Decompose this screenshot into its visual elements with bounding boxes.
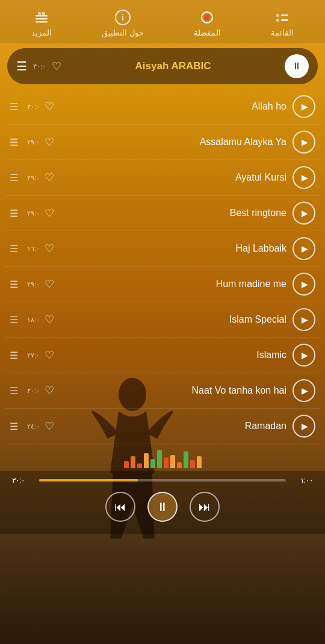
song-play-button-1[interactable]: ▶ (292, 131, 315, 153)
nav-favorites-label: المفضلة (194, 28, 221, 37)
previous-button[interactable]: ⏮ (105, 492, 135, 522)
svg-rect-10 (276, 14, 279, 17)
song-left-haj: ☰ ١٦:٠ ♡ (10, 242, 58, 255)
song-heart-7[interactable]: ♡ (45, 348, 54, 362)
eq-bar (197, 456, 202, 468)
equalizer-visualization (0, 447, 325, 468)
nav-queue[interactable]: القائمة (271, 9, 294, 37)
song-item-naat[interactable]: ☰ ٣٠:٠ ♡ Naat Vo tanha kon hai ▶ (5, 373, 320, 409)
eq-bar (157, 450, 162, 468)
song-item-islamic[interactable]: ☰ ٢٧:٠ ♡ Islamic ▶ (5, 338, 320, 373)
play-icon-5: ▶ (302, 279, 308, 289)
song-heart-1[interactable]: ♡ (45, 135, 54, 149)
song-item-allah-ho[interactable]: ☰ ٣٠:٠ ♡ Allah ho ▶ (5, 89, 320, 125)
song-title-2: Ayatul Kursi (58, 172, 292, 183)
song-title-0: Allah ho (58, 101, 292, 112)
progress-row: ٣٠:٠ ١:٠٠ (12, 476, 313, 485)
eq-bar (190, 460, 195, 468)
current-time: ٣٠:٠ (12, 476, 33, 485)
song-time-9: ٢٤:٠ (23, 423, 40, 430)
song-heart-8[interactable]: ♡ (45, 384, 54, 397)
svg-rect-5 (42, 12, 45, 15)
song-play-button-6[interactable]: ▶ (292, 308, 315, 331)
song-menu-icon-6: ☰ (10, 314, 18, 326)
play-icon-6: ▶ (302, 315, 308, 324)
song-item-assalamu[interactable]: ☰ ٢٩:٠ ♡ Assalamu Alayka Ya ▶ (5, 125, 320, 160)
play-icon-3: ▶ (302, 208, 308, 218)
song-heart-0[interactable]: ♡ (45, 100, 54, 113)
about-icon: i (114, 9, 131, 26)
nav-about[interactable]: i حول التطبيق (102, 9, 144, 37)
play-icon-8: ▶ (302, 386, 308, 395)
song-heart-2[interactable]: ♡ (45, 171, 54, 184)
song-time-7: ٢٧:٠ (23, 351, 40, 359)
song-time-4: ١٦:٠ (23, 245, 40, 253)
song-menu-icon-2: ☰ (10, 172, 18, 184)
song-play-button-4[interactable]: ▶ (292, 237, 315, 260)
eq-bar (131, 456, 135, 468)
song-menu-icon-3: ☰ (10, 208, 18, 219)
queue-icon (274, 9, 291, 26)
song-title-1: Assalamu Alayka Ya (58, 137, 292, 147)
song-time-8: ٣٠:٠ (23, 387, 40, 395)
song-title-7: Islamic (58, 350, 292, 361)
song-title-8: Naat Vo tanha kon hai (58, 385, 292, 396)
play-icon-4: ▶ (302, 244, 308, 253)
now-playing-pause-button[interactable]: ⏸ (285, 54, 309, 78)
eq-bar (170, 455, 175, 468)
svg-rect-2 (36, 18, 48, 20)
top-navigation: المزيد i حول التطبيق المفضلة (0, 0, 325, 43)
now-playing-menu-icon[interactable]: ☰ (16, 59, 27, 73)
song-heart-5[interactable]: ♡ (45, 277, 54, 291)
nav-favorites[interactable]: المفضلة (194, 9, 221, 37)
song-play-button-9[interactable]: ▶ (292, 415, 315, 438)
song-item-best-ringtone[interactable]: ☰ ٢٩:٠ ♡ Best ringtone ▶ (5, 196, 320, 231)
progress-bar-container[interactable] (39, 479, 286, 481)
eq-bar (144, 453, 149, 468)
song-menu-icon-7: ☰ (10, 350, 18, 361)
svg-rect-4 (38, 12, 41, 15)
song-left-ayatul: ☰ ٢٩:٠ ♡ (10, 171, 58, 184)
play-icon-2: ▶ (302, 173, 308, 182)
nav-more[interactable]: المزيد (31, 9, 52, 37)
song-menu-icon-4: ☰ (10, 243, 18, 255)
song-item-hum-madine[interactable]: ☰ ٢٩:٠ ♡ Hum madine me ▶ (5, 267, 320, 302)
song-item-haj-labbaik[interactable]: ☰ ١٦:٠ ♡ Haj Labbaik ▶ (5, 231, 320, 267)
eq-bar (150, 459, 155, 468)
next-button[interactable]: ⏭ (190, 492, 220, 522)
song-heart-4[interactable]: ♡ (45, 242, 54, 255)
song-item-ramadan[interactable]: ☰ ٢٤:٠ ♡ Ramadan ▶ (5, 409, 320, 444)
bottom-player: ٣٠:٠ ١:٠٠ ⏮ ⏸ ⏭ (0, 471, 325, 534)
song-play-button-8[interactable]: ▶ (292, 379, 315, 402)
song-play-button-0[interactable]: ▶ (292, 95, 315, 118)
eq-bar (164, 457, 169, 468)
total-time: ١:٠٠ (292, 476, 313, 485)
song-left-hum: ☰ ٢٩:٠ ♡ (10, 277, 58, 291)
song-time-6: ١٨:٠ (23, 316, 40, 324)
song-play-button-5[interactable]: ▶ (292, 273, 315, 296)
song-title-5: Hum madine me (58, 279, 292, 289)
song-play-button-7[interactable]: ▶ (292, 344, 315, 367)
main-pause-icon: ⏸ (156, 500, 169, 514)
main-pause-button[interactable]: ⏸ (147, 492, 178, 522)
song-time-0: ٣٠:٠ (23, 103, 40, 111)
song-item-ayatul[interactable]: ☰ ٢٩:٠ ♡ Ayatul Kursi ▶ (5, 160, 320, 196)
song-play-button-3[interactable]: ▶ (292, 202, 315, 224)
song-heart-6[interactable]: ♡ (45, 313, 54, 326)
song-left-islam: ☰ ١٨:٠ ♡ (10, 313, 58, 326)
favorites-icon (199, 9, 215, 26)
song-item-islam-special[interactable]: ☰ ١٨:٠ ♡ Islam Special ▶ (5, 302, 320, 338)
play-icon-0: ▶ (302, 102, 308, 111)
previous-icon: ⏮ (114, 500, 126, 514)
song-left-naat: ☰ ٣٠:٠ ♡ (10, 384, 58, 397)
next-icon: ⏭ (199, 500, 211, 514)
song-list: ☰ ٣٠:٠ ♡ Allah ho ▶ ☰ ٢٩:٠ ♡ Assalamu Al… (0, 89, 325, 444)
play-icon-1: ▶ (302, 137, 308, 147)
song-menu-icon-1: ☰ (10, 137, 18, 148)
song-play-button-2[interactable]: ▶ (292, 166, 315, 189)
now-playing-title: Aisyah ARABIC (61, 60, 285, 72)
song-heart-9[interactable]: ♡ (45, 420, 54, 433)
now-playing-heart-icon[interactable]: ♡ (52, 60, 61, 73)
song-menu-icon-0: ☰ (10, 101, 18, 113)
song-heart-3[interactable]: ♡ (45, 206, 54, 220)
